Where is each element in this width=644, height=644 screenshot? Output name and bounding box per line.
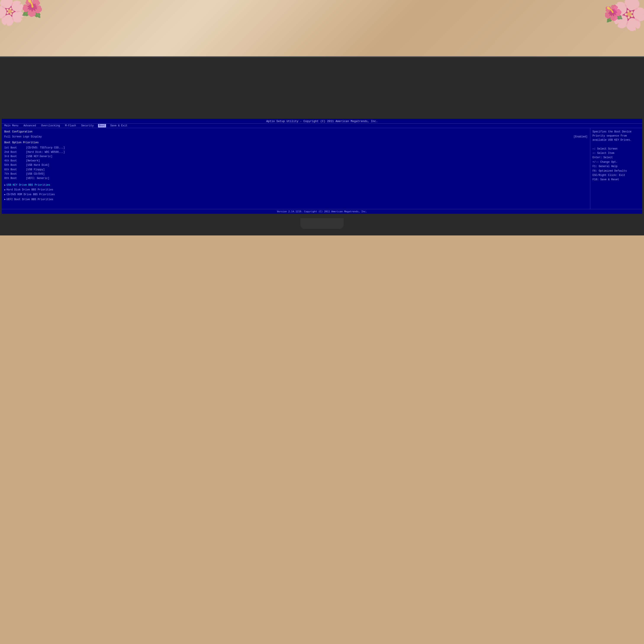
bbs-label-usb-key: USB KEY Drive BBS Priorities — [6, 183, 50, 187]
boot-value-7: [USB CD/DVD] — [26, 172, 45, 176]
full-screen-logo-label: Full Screen Logo Display — [4, 135, 42, 139]
bbs-section: ▶ USB KEY Drive BBS Priorities ▶ Hard Di… — [4, 183, 235, 202]
boot-priorities-header: Boot Option Priorities — [4, 141, 235, 145]
bbs-arrow-4: ▶ — [4, 198, 6, 201]
menu-item-save-exit[interactable]: Save & Exit — [109, 124, 128, 127]
bios-footer: Version 2.14.1219. Copyright (C) 2011 Am… — [2, 209, 235, 214]
bbs-item-usb-key[interactable]: ▶ USB KEY Drive BBS Priorities — [4, 183, 235, 187]
bios-left-panel: Boot Configuration Full Screen Logo Disp… — [2, 128, 235, 212]
boot-label-1: 1st Boot — [4, 146, 26, 150]
boot-label-7: 7th Boot — [4, 172, 26, 176]
boot-label-8: 8th Boot — [4, 176, 26, 180]
boot-label-4: 4th Boot — [4, 159, 26, 163]
boot-row-2[interactable]: 2nd Boot [Hard Disk: WDC WD500...] — [4, 150, 235, 154]
bbs-item-uefi[interactable]: ▶ UEFI Boot Drive BBS Priorities — [4, 198, 235, 202]
boot-row-5[interactable]: 5th Boot [USB Hard Disk] — [4, 163, 235, 167]
menu-item-advanced[interactable]: Advanced — [23, 124, 37, 127]
boot-value-6: [USB Floppy] — [26, 168, 45, 172]
boot-value-3: [USB KEY:Generic] — [26, 155, 52, 159]
menu-item-overclocking[interactable]: Overclocking — [40, 124, 61, 127]
boot-row-1[interactable]: 1st Boot [CD/DVD: TSSTcorp CDD...] — [4, 146, 235, 150]
bios-menubar[interactable]: Main Menu Advanced Overclocking M-Flash … — [2, 124, 235, 128]
bbs-arrow-3: ▶ — [4, 193, 6, 196]
menu-item-security[interactable]: Security — [80, 124, 95, 127]
bbs-label-hdd: Hard Disk Drive BBS Priorities — [6, 188, 53, 192]
boot-row-7[interactable]: 7th Boot [USB CD/DVD] — [4, 172, 235, 176]
bios-screen: Aptio Setup Utility - Copyright (C) 2011… — [2, 119, 235, 214]
boot-config-header: Boot Configuration — [4, 130, 235, 134]
bbs-arrow-1: ▶ — [4, 184, 6, 187]
boot-value-4: [Network] — [26, 159, 40, 163]
boot-label-6: 6th Boot — [4, 168, 26, 172]
bios-title: Aptio Setup Utility - Copyright (C) 2011… — [2, 119, 235, 124]
boot-row-8[interactable]: 8th Boot [UEFI: Generic] — [4, 176, 235, 180]
menu-item-main[interactable]: Main Menu — [3, 124, 19, 127]
bbs-label-cdvd: CD/DVD ROM Drive BBS Priorities — [6, 193, 55, 197]
boot-label-3: 3rd Boot — [4, 155, 26, 159]
full-screen-logo-row[interactable]: Full Screen Logo Display [Enabled] — [4, 135, 235, 139]
menu-item-boot[interactable]: Boot — [98, 124, 106, 127]
bbs-item-hdd[interactable]: ▶ Hard Disk Drive BBS Priorities — [4, 188, 235, 192]
monitor-frame: Aptio Setup Utility - Copyright (C) 2011… — [0, 56, 235, 235]
boot-label-2: 2nd Boot — [4, 150, 26, 154]
boot-row-6[interactable]: 6th Boot [USB Floppy] — [4, 168, 235, 172]
boot-value-5: [USB Hard Disk] — [26, 163, 49, 167]
boot-label-5: 5th Boot — [4, 163, 26, 167]
boot-value-8: [UEFI: Generic] — [26, 176, 49, 180]
boot-value-1: [CD/DVD: TSSTcorp CDD...] — [26, 146, 65, 150]
bios-content: Boot Configuration Full Screen Logo Disp… — [2, 128, 235, 212]
boot-value-2: [Hard Disk: WDC WD500...] — [26, 150, 65, 154]
boot-row-3[interactable]: 3rd Boot [USB KEY:Generic] — [4, 155, 235, 159]
bbs-arrow-2: ▶ — [4, 188, 6, 192]
bbs-item-cdvd[interactable]: ▶ CD/DVD ROM Drive BBS Priorities — [4, 193, 235, 197]
menu-item-mflash[interactable]: M-Flash — [64, 124, 77, 127]
bbs-label-uefi: UEFI Boot Drive BBS Priorities — [6, 198, 53, 202]
boot-row-4[interactable]: 4th Boot [Network] — [4, 159, 235, 163]
